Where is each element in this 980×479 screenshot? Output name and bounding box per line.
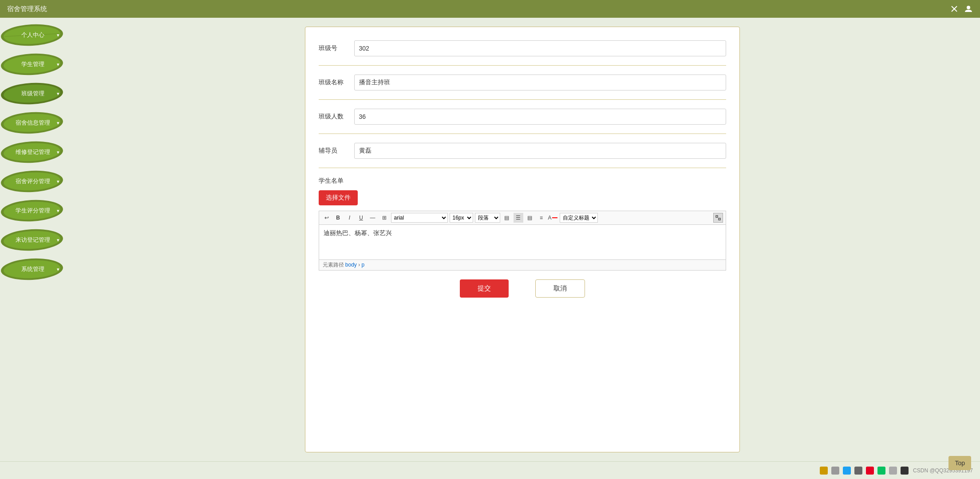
- sidebar-item-class-management[interactable]: 班级管理 ▾: [0, 81, 69, 106]
- footer-icon-8[interactable]: [901, 467, 909, 475]
- sidebar-item-dorm-info-management[interactable]: 宿舍信息管理 ▾: [0, 110, 69, 136]
- editor-toolbar: ↩ B I U — ⊞ arial Times New Roman Ver: [319, 211, 726, 224]
- student-list-section: 学生名单 选择文件 ↩ B I U — ⊞: [319, 177, 726, 271]
- footer-icon-4[interactable]: [854, 467, 862, 475]
- header-icons: [950, 4, 973, 13]
- sidebar-item-system-management[interactable]: 系统管理 ▾: [0, 256, 69, 282]
- user-icon[interactable]: [964, 4, 973, 13]
- toolbar-fullscreen-btn[interactable]: [713, 213, 723, 223]
- content-area: 班级号 班级名称 班级人数 辅导员 学生名单 选择文件: [69, 18, 980, 461]
- svg-point-2: [967, 6, 970, 9]
- cancel-button[interactable]: 取消: [535, 279, 585, 298]
- footer-icon-7[interactable]: [889, 467, 897, 475]
- element-path-label: 元素路径: [323, 262, 344, 268]
- submit-button[interactable]: 提交: [460, 279, 509, 298]
- footer-icon-5[interactable]: [866, 467, 874, 475]
- top-button[interactable]: Top: [948, 456, 971, 470]
- class-name-label: 班级名称: [319, 79, 354, 86]
- element-path-p-link[interactable]: p: [362, 262, 365, 268]
- toolbar-font-family-select[interactable]: arial Times New Roman Verdana: [391, 213, 448, 223]
- app-title: 宿舍管理系统: [7, 5, 47, 13]
- footer-icon-3[interactable]: [843, 467, 851, 475]
- counselor-row: 辅导员: [319, 143, 726, 168]
- editor-content: 迪丽热巴、杨幂、张艺兴: [324, 229, 721, 237]
- toolbar-custom-label-select[interactable]: 自定义标题: [560, 213, 598, 223]
- action-buttons: 提交 取消: [319, 279, 726, 298]
- footer: CSDN @QQ3295391197: [0, 461, 980, 479]
- counselor-input[interactable]: [354, 143, 726, 159]
- sidebar-item-student-score-management[interactable]: 学生评分管理 ▾: [0, 198, 69, 224]
- toolbar-table-btn[interactable]: ⊞: [379, 213, 389, 223]
- toolbar-undo-btn[interactable]: ↩: [322, 213, 332, 223]
- sidebar-item-repair-management[interactable]: 维修登记管理 ▾: [0, 139, 69, 165]
- toolbar-justify-btn[interactable]: ≡: [537, 213, 546, 223]
- editor-body[interactable]: 迪丽热巴、杨幂、张艺兴: [319, 224, 726, 260]
- main-layout: 个人中心 ▾ 学生管理 ▾ 班级管理 ▾: [0, 18, 980, 461]
- close-icon[interactable]: [950, 4, 959, 13]
- class-name-input[interactable]: [354, 75, 726, 90]
- sidebar-item-dorm-score-management[interactable]: 宿舍评分管理 ▾: [0, 169, 69, 194]
- class-number-label: 班级号: [319, 44, 354, 52]
- toolbar-paragraph-select[interactable]: 段落 标题1 标题2: [475, 213, 500, 223]
- toolbar-font-color-btn[interactable]: A: [548, 213, 558, 223]
- toolbar-italic-btn[interactable]: I: [345, 213, 355, 223]
- class-size-label: 班级人数: [319, 113, 354, 121]
- class-size-input[interactable]: [354, 109, 726, 125]
- sidebar-item-visitor-management[interactable]: 来访登记管理 ▾: [0, 227, 69, 253]
- toolbar-font-size-select[interactable]: 16px 12px 14px 18px 24px: [450, 213, 473, 223]
- footer-icon-1[interactable]: [820, 467, 828, 475]
- toolbar-align-left-btn[interactable]: ▤: [502, 213, 512, 223]
- sidebar: 个人中心 ▾ 学生管理 ▾ 班级管理 ▾: [0, 18, 69, 461]
- element-path-separator: ›: [358, 262, 361, 268]
- toolbar-strikethrough-btn[interactable]: —: [368, 213, 378, 223]
- svg-rect-22: [716, 216, 718, 217]
- class-size-row: 班级人数: [319, 109, 726, 134]
- footer-icon-6[interactable]: [877, 467, 885, 475]
- choose-file-button[interactable]: 选择文件: [319, 190, 358, 205]
- student-list-title: 学生名单: [319, 177, 726, 185]
- element-path-body-link[interactable]: body: [345, 262, 357, 268]
- class-number-input[interactable]: [354, 40, 726, 56]
- toolbar-align-right-btn[interactable]: ▤: [525, 213, 535, 223]
- counselor-label: 辅导员: [319, 147, 354, 155]
- toolbar-align-center-btn[interactable]: ☰: [514, 213, 523, 223]
- toolbar-right: [713, 213, 723, 223]
- class-name-row: 班级名称: [319, 75, 726, 100]
- toolbar-underline-btn[interactable]: U: [356, 213, 366, 223]
- element-path-bar: 元素路径 body › p: [319, 260, 726, 271]
- sidebar-item-student-management[interactable]: 学生管理 ▾: [0, 51, 69, 77]
- footer-social-icons: [820, 467, 909, 475]
- svg-rect-23: [719, 218, 720, 220]
- toolbar-bold-btn[interactable]: B: [333, 213, 343, 223]
- form-container: 班级号 班级名称 班级人数 辅导员 学生名单 选择文件: [305, 27, 740, 452]
- class-number-row: 班级号: [319, 40, 726, 66]
- footer-icon-2[interactable]: [831, 467, 839, 475]
- sidebar-item-personal-center[interactable]: 个人中心 ▾: [0, 22, 69, 48]
- header: 宿舍管理系统: [0, 0, 980, 18]
